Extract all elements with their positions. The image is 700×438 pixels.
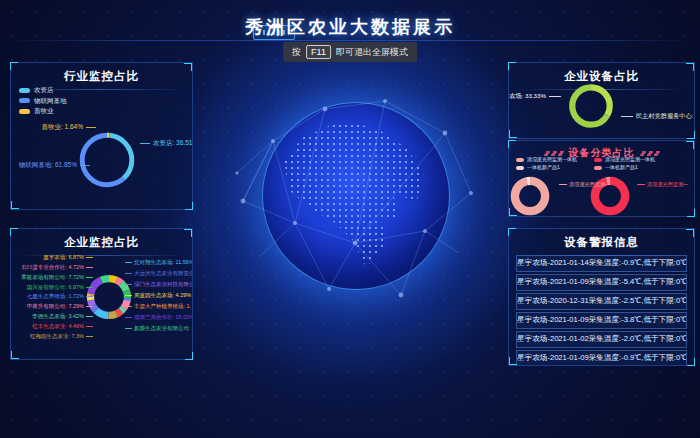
chart-callout-label: 星宇农场: 33.33% xyxy=(509,93,561,99)
alarm-row: 星宇农场-2021-01-09采集温度:-3.8℃,低于下限:0℃ xyxy=(516,312,687,329)
panel-body: 企业设备占比 星宇农场: 33.33%民主村党群服务中心: xyxy=(509,63,694,138)
chart-callout-label: 温湿度光照监测一 xyxy=(637,181,689,188)
panel-title: 设备警报信息 xyxy=(509,229,694,256)
device-class-right-legend: 温湿度光照监测一体机一体机新产品1 xyxy=(594,157,655,170)
panel-device-alarms: 设备警报信息 星宇农场-2021-01-14采集温度:-0.9℃,低于下限:0℃… xyxy=(508,228,695,366)
chart-callout-label: 物联网基地: 61.85% xyxy=(19,162,90,169)
label-text: 民主村党群服务中心: xyxy=(636,112,693,119)
enterprise-labels-right: 北对翔生态农场: 11.56%大运河生态农业有限责任公绿门生态农业科技有限公周蓝… xyxy=(125,259,192,331)
legend-item[interactable]: 一体机新产品1 xyxy=(594,165,655,170)
chart-callout-label: 中将升有限公司: 7.29% xyxy=(27,303,93,309)
alarm-row: 星宇农场-2021-01-09采集温度:-5.4℃,低于下限:0℃ xyxy=(516,274,687,291)
f11-keycap: F11 xyxy=(306,45,331,59)
label-text: 红梅园生态农业: 7.3% xyxy=(30,333,84,339)
chart-callout-label: 石臼漾专业合作社: 4.72% xyxy=(21,264,93,270)
enterprise-labels-left: 星宇农场: 6.87%石臼漾专业合作社: 4.72%家庭农场有限公司: 7.72… xyxy=(13,254,93,339)
fullscreen-exit-tip: 按 F11 即可退出全屏模式 xyxy=(283,42,417,62)
alarm-list: 星宇农场-2021-01-14采集温度:-0.9℃,低于下限:0℃星宇农场-20… xyxy=(516,255,687,365)
label-text: 李强生态农场: 3.42% xyxy=(32,313,84,319)
panel-device-ratio: 企业设备占比 星宇农场: 33.33%民主村党群服务中心: xyxy=(508,62,695,139)
dashboard: 秀洲区农业大数据展示 按 F11 即可退出全屏模式 行业监控占比 农资店物联网基… xyxy=(0,0,700,438)
panel-device-class-ratio: 设备分类占比 温湿度光照监测一体机一体机新产品1 温湿度光照监测一 温湿度光照监… xyxy=(508,140,695,217)
globe xyxy=(262,102,450,290)
label-text: 大运河生态农业有限责任公 xyxy=(134,270,192,276)
chart-callout-label: 丰源大产种植养殖场: 1. xyxy=(125,303,191,309)
label-text: 红丰生态农业: 4.46% xyxy=(32,323,84,329)
globe-network-lines xyxy=(233,81,479,327)
label-text: 丰源大产种植养殖场: 1. xyxy=(134,303,191,309)
device-callouts: 星宇农场: 33.33%民主村党群服务中心: xyxy=(509,63,694,138)
legend-swatch xyxy=(516,158,524,162)
chart-callout-label: 绿门生态农业科技有限公 xyxy=(125,281,192,287)
panel-title: 企业监控占比 xyxy=(11,229,192,256)
label-text: 周蓝园生态农场: 4.29% xyxy=(134,292,191,298)
panel-body: 设备分类占比 温湿度光照监测一体机一体机新产品1 温湿度光照监测一 温湿度光照监… xyxy=(509,141,694,216)
chart-callout-label: 畜牧业: 1.64% xyxy=(41,124,96,131)
panel-body: 设备警报信息 星宇农场-2021-01-14采集温度:-0.9℃,低于下限:0℃… xyxy=(509,229,694,365)
chart-callout-label: 周蓝园生态农场: 4.29% xyxy=(125,292,191,298)
panel-industry-ratio: 行业监控占比 农资店物联网基地畜牧业 畜牧业: 1.64%农资店: 36.51%… xyxy=(10,62,193,210)
donut-segment[interactable] xyxy=(515,181,545,211)
alarm-row: 星宇农场-2021-01-02采集温度:-2.0℃,低于下限:0℃ xyxy=(516,331,687,348)
tip-suffix: 即可退出全屏模式 xyxy=(336,46,408,59)
header-divider xyxy=(0,40,700,41)
industry-callouts: 畜牧业: 1.64%农资店: 36.51%物联网基地: 61.85% xyxy=(11,63,192,209)
chart-callout-label: 红丰生态农业: 4.46% xyxy=(32,323,93,329)
panel-enterprise-ratio: 企业监控占比 星宇农场: 6.87%石臼漾专业合作社: 4.72%家庭农场有限公… xyxy=(10,228,193,360)
label-text: 农资店: 36.51% xyxy=(153,139,192,146)
label-text: 七星生态养殖场: 1.72% xyxy=(27,293,84,299)
label-text: 星宇农场: 6.87% xyxy=(43,254,84,260)
label-text: 物联网基地: 61.85% xyxy=(19,161,77,168)
label-text: 国兴发有限公司: 6.87% xyxy=(27,284,84,290)
label-text: 北对翔生态农场: 11.56% xyxy=(134,259,192,265)
panel-body: 企业监控占比 星宇农场: 6.87%石臼漾专业合作社: 4.72%家庭农场有限公… xyxy=(11,229,192,359)
label-text: 畜牧业: 1.64% xyxy=(41,123,83,130)
legend-item[interactable]: 一体机新产品1 xyxy=(516,165,577,170)
chart-callout-label: 成华三周合作社: 15.02% xyxy=(125,314,192,320)
label-text: 成华三周合作社: 15.02% xyxy=(134,314,192,320)
chart-callout-label: 北对翔生态农场: 11.56% xyxy=(125,259,192,265)
chart-callout-label: 家庭农场有限公司: 7.72% xyxy=(21,274,93,280)
label-text: 一体机新产品1 xyxy=(527,165,560,170)
tip-prefix: 按 xyxy=(292,46,301,59)
chart-callout-label: 温湿度光照监测一 xyxy=(559,181,611,188)
chart-callout-label: 新颜生态农业有限公司: 6.87% xyxy=(125,325,192,331)
chart-callout-label: 红梅园生态农业: 7.3% xyxy=(30,333,93,339)
label-text: 家庭农场有限公司: 7.72% xyxy=(21,274,84,280)
chart-callout-label: 七星生态养殖场: 1.72% xyxy=(27,293,93,299)
device-class-left-donut-chart[interactable] xyxy=(509,175,551,216)
label-text: 中将升有限公司: 7.29% xyxy=(27,303,84,309)
label-text: 一体机新产品1 xyxy=(605,165,638,170)
label-text: 绿门生态农业科技有限公 xyxy=(134,281,192,287)
page-title: 秀洲区农业大数据展示 xyxy=(0,15,700,39)
chart-callout-label: 国兴发有限公司: 6.87% xyxy=(27,284,93,290)
label-text: 温湿度光照监测一体机 xyxy=(527,157,577,162)
chart-callout-label: 李强生态农场: 3.42% xyxy=(32,313,93,319)
alarm-row: 星宇农场-2020-12-31采集温度:-2.5℃,低于下限:0℃ xyxy=(516,293,687,310)
label-text: 星宇农场: 33.33% xyxy=(509,92,546,99)
chart-callout-label: 民主村党群服务中心: xyxy=(621,113,693,119)
label-text: 新颜生态农业有限公司: 6.87% xyxy=(134,325,192,331)
legend-swatch xyxy=(594,158,602,162)
alarm-row: 星宇农场-2021-01-09采集温度:-0.9℃,低于下限:0℃ xyxy=(516,350,687,365)
device-class-left-legend: 温湿度光照监测一体机一体机新产品1 xyxy=(516,157,577,170)
legend-item[interactable]: 温湿度光照监测一体机 xyxy=(594,157,655,162)
chart-callout-label: 农资店: 36.51% xyxy=(140,140,192,147)
panel-body: 行业监控占比 农资店物联网基地畜牧业 畜牧业: 1.64%农资店: 36.51%… xyxy=(11,63,192,209)
legend-item[interactable]: 温湿度光照监测一体机 xyxy=(516,157,577,162)
legend-swatch xyxy=(516,166,524,170)
alarm-row: 星宇农场-2021-01-14采集温度:-0.9℃,低于下限:0℃ xyxy=(516,255,687,272)
chart-callout-label: 大运河生态农业有限责任公 xyxy=(125,270,192,276)
legend-swatch xyxy=(594,166,602,170)
label-text: 石臼漾专业合作社: 4.72% xyxy=(21,264,84,270)
label-text: 温湿度光照监测一体机 xyxy=(605,157,655,162)
chart-callout-label: 星宇农场: 6.87% xyxy=(43,254,93,260)
